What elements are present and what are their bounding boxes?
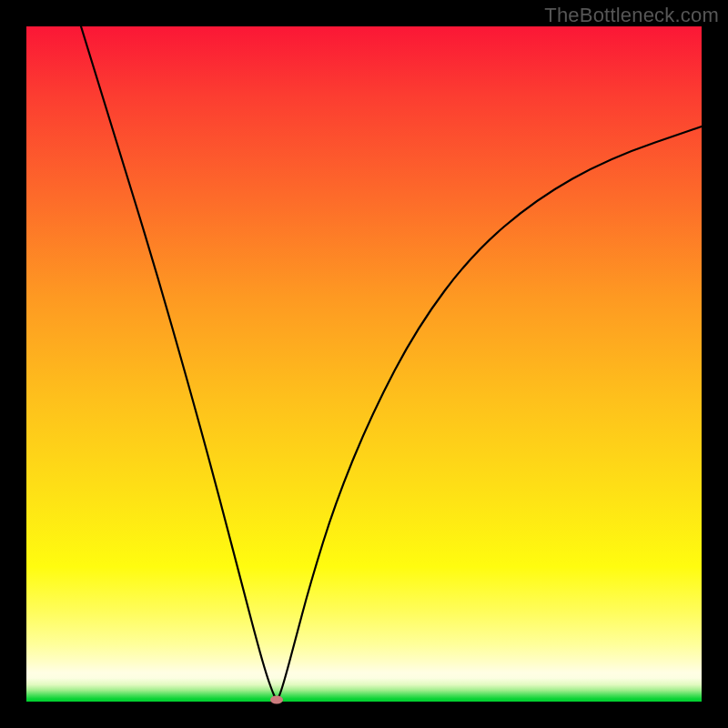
watermark-text: TheBottleneck.com: [544, 4, 719, 27]
chart-frame: TheBottleneck.com: [0, 0, 728, 728]
plot-area: [26, 26, 702, 702]
min-marker: [270, 696, 283, 704]
curve-path: [81, 26, 702, 700]
bottleneck-curve: [26, 26, 702, 702]
